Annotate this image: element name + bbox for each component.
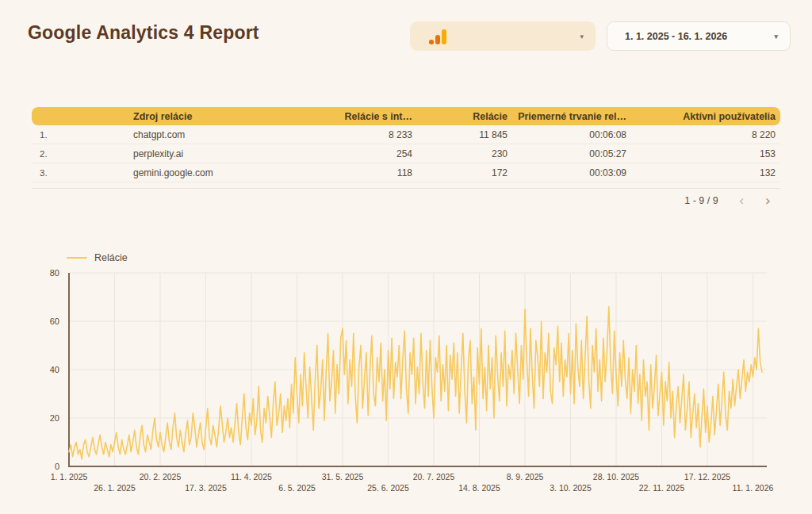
sessions-line-chart: 0204060801. 1. 202526. 1. 202520. 2. 202… <box>32 244 780 511</box>
svg-text:31. 5. 2025: 31. 5. 2025 <box>322 472 364 481</box>
date-range-value: 1. 1. 2025 - 16. 1. 2026 <box>625 31 727 42</box>
sessions-table: Zdroj relácie Relácie s int… Relácie Pri… <box>32 107 780 182</box>
svg-text:3. 10. 2025: 3. 10. 2025 <box>550 483 592 493</box>
svg-text:11. 1. 2026: 11. 1. 2026 <box>733 483 774 493</box>
svg-text:20. 7. 2025: 20. 7. 2025 <box>413 472 455 481</box>
row-index: 2. <box>32 149 119 159</box>
svg-text:0: 0 <box>55 462 59 471</box>
active-users-column-header[interactable]: Aktívni používatelia <box>626 111 780 122</box>
svg-text:6. 5. 2025: 6. 5. 2025 <box>278 483 316 493</box>
row-avg-duration: 00:05:27 <box>508 148 626 159</box>
row-index: 1. <box>32 130 119 140</box>
svg-text:60: 60 <box>50 316 59 326</box>
table-row[interactable]: 3. gemini.google.com 118 172 00:03:09 13… <box>32 163 780 182</box>
row-source: chatgpt.com <box>119 129 301 140</box>
svg-text:17. 12. 2025: 17. 12. 2025 <box>684 472 731 481</box>
row-engaged-sessions: 118 <box>301 167 412 178</box>
next-page-icon[interactable]: › <box>765 194 771 208</box>
row-source: gemini.google.com <box>119 167 301 178</box>
row-source: perplexity.ai <box>119 148 301 159</box>
row-active-users: 132 <box>626 167 780 178</box>
previous-page-icon[interactable]: ‹ <box>739 194 745 208</box>
table-row[interactable]: 1. chatgpt.com 8 233 11 845 00:06:08 8 2… <box>32 125 780 144</box>
row-avg-duration: 00:06:08 <box>508 129 626 140</box>
row-engaged-sessions: 254 <box>301 148 412 159</box>
svg-text:8. 9. 2025: 8. 9. 2025 <box>507 472 544 481</box>
engaged-sessions-column-header[interactable]: Relácie s int… <box>301 111 412 122</box>
svg-text:25. 6. 2025: 25. 6. 2025 <box>367 483 409 493</box>
row-index: 3. <box>32 168 119 178</box>
row-sessions: 11 845 <box>412 129 508 140</box>
svg-text:11. 4. 2025: 11. 4. 2025 <box>231 472 272 481</box>
row-active-users: 153 <box>626 148 780 159</box>
svg-text:40: 40 <box>50 365 59 374</box>
row-avg-duration: 00:03:09 <box>508 167 626 178</box>
svg-text:26. 1. 2025: 26. 1. 2025 <box>94 483 136 493</box>
table-row[interactable]: 2. perplexity.ai 254 230 00:05:27 153 <box>32 144 780 163</box>
date-range-selector[interactable]: 1. 1. 2025 - 16. 1. 2026 ▾ <box>607 21 791 51</box>
svg-text:28. 10. 2025: 28. 10. 2025 <box>593 472 640 481</box>
row-sessions: 172 <box>412 167 508 178</box>
svg-text:1. 1. 2025: 1. 1. 2025 <box>51 472 88 481</box>
chevron-down-icon: ▾ <box>580 33 584 40</box>
svg-text:14. 8. 2025: 14. 8. 2025 <box>458 483 500 493</box>
ga-data-source-selector[interactable]: ▾ <box>410 21 596 51</box>
sessions-column-header[interactable]: Relácie <box>412 111 508 122</box>
google-analytics-icon <box>429 29 446 44</box>
page-title: Google Analytics 4 Report <box>28 22 259 44</box>
sessions-time-series-chart: Relácie 0204060801. 1. 202526. 1. 202520… <box>32 244 780 511</box>
svg-text:80: 80 <box>50 268 59 278</box>
row-active-users: 8 220 <box>626 129 780 140</box>
avg-duration-column-header[interactable]: Priemerné trvanie rel… <box>508 111 626 122</box>
svg-text:22. 11. 2025: 22. 11. 2025 <box>639 483 685 493</box>
row-engaged-sessions: 8 233 <box>301 129 412 140</box>
svg-text:20: 20 <box>50 413 59 423</box>
svg-text:17. 3. 2025: 17. 3. 2025 <box>185 483 227 493</box>
chevron-down-icon: ▾ <box>774 33 778 40</box>
svg-text:20. 2. 2025: 20. 2. 2025 <box>140 472 182 481</box>
source-column-header[interactable]: Zdroj relácie <box>119 111 301 122</box>
row-sessions: 230 <box>412 148 508 159</box>
table-pagination: 1 - 9 / 9 ‹ › <box>32 188 780 212</box>
table-header-row: Zdroj relácie Relácie s int… Relácie Pri… <box>32 107 780 125</box>
pagination-range-label: 1 - 9 / 9 <box>684 195 718 206</box>
